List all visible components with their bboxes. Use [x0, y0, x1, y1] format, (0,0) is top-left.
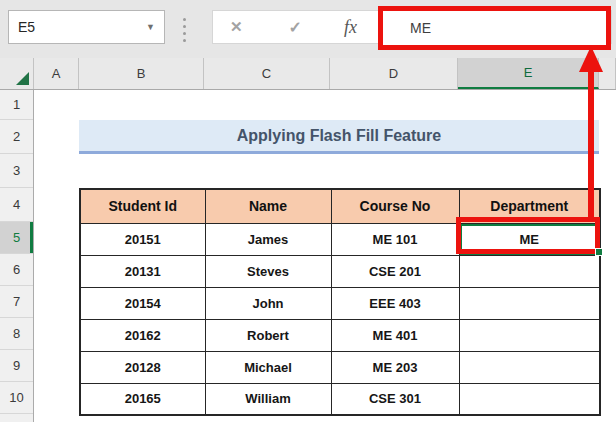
row-header-1[interactable]: 1	[0, 90, 33, 120]
formula-input-red-highlight: ME	[378, 6, 611, 50]
formula-bar-resize-handle[interactable]	[181, 18, 187, 42]
column-headers: A B C D E	[0, 58, 616, 90]
insert-function-icon[interactable]: fx	[344, 17, 357, 38]
row-header-10[interactable]: 10	[0, 382, 33, 414]
worksheet-title-cell[interactable]: Applying Flash Fill Feature	[79, 120, 599, 154]
formula-bar-strip: E5 ▼ ✕ ✓ fx ME	[0, 0, 616, 58]
row-header-3[interactable]: 3	[0, 154, 33, 188]
row-headers: 1 2 3 4 5 6 7 8 9 10	[0, 90, 34, 422]
cell-d7[interactable]: EEE 403	[331, 287, 459, 319]
cancel-icon[interactable]: ✕	[230, 18, 243, 36]
column-header-d[interactable]: D	[330, 58, 458, 89]
header-course-no[interactable]: Course No	[331, 189, 459, 223]
cell-d6[interactable]: CSE 201	[331, 255, 459, 287]
name-box[interactable]: E5 ▼	[8, 10, 165, 44]
row-header-9[interactable]: 9	[0, 350, 33, 382]
cell-e10[interactable]	[459, 383, 600, 415]
column-header-b[interactable]: B	[79, 58, 204, 89]
column-header-a[interactable]: A	[34, 58, 79, 89]
select-all-triangle-icon	[16, 72, 29, 85]
cell-d9[interactable]: ME 203	[331, 351, 459, 383]
table-row: 20128 Michael ME 203	[80, 351, 600, 383]
cell-e8[interactable]	[459, 319, 600, 351]
enter-icon[interactable]: ✓	[289, 18, 302, 37]
formula-input[interactable]: ME	[410, 20, 431, 36]
row-header-6[interactable]: 6	[0, 254, 33, 286]
cell-c9[interactable]: Michael	[205, 351, 331, 383]
cell-d8[interactable]: ME 401	[331, 319, 459, 351]
header-student-id[interactable]: Student Id	[80, 189, 205, 223]
column-header-e-selected[interactable]: E	[458, 58, 599, 89]
row-header-5-selected[interactable]: 5	[0, 222, 33, 254]
table-row: 20154 John EEE 403	[80, 287, 600, 319]
cell-b9[interactable]: 20128	[80, 351, 205, 383]
cell-b8[interactable]: 20162	[80, 319, 205, 351]
table-row: 20165 William CSE 301	[80, 383, 600, 415]
column-header-c[interactable]: C	[204, 58, 330, 89]
select-all-button[interactable]	[0, 58, 34, 89]
cell-c10[interactable]: William	[205, 383, 331, 415]
cell-c8[interactable]: Robert	[205, 319, 331, 351]
row-header-2[interactable]: 2	[0, 120, 33, 154]
row-header-8[interactable]: 8	[0, 318, 33, 350]
annotation-arrow-line	[588, 70, 594, 217]
cell-e9[interactable]	[459, 351, 600, 383]
cell-e5-red-highlight	[456, 217, 600, 254]
annotation-arrow-head-icon	[579, 46, 603, 72]
cell-c5[interactable]: James	[205, 223, 331, 255]
row-header-4[interactable]: 4	[0, 188, 33, 222]
name-box-value: E5	[18, 19, 35, 35]
cell-e7[interactable]	[459, 287, 600, 319]
fill-handle[interactable]	[595, 248, 603, 256]
header-name[interactable]: Name	[205, 189, 331, 223]
cell-c6[interactable]: Steves	[205, 255, 331, 287]
cell-d10[interactable]: CSE 301	[331, 383, 459, 415]
cell-d5[interactable]: ME 101	[331, 223, 459, 255]
excel-window: E5 ▼ ✕ ✓ fx ME A B C D E 1 2 3 4 5 6 7	[0, 0, 616, 422]
cell-b5[interactable]: 20151	[80, 223, 205, 255]
row-header-7[interactable]: 7	[0, 286, 33, 318]
cell-e6[interactable]	[459, 255, 600, 287]
chevron-down-icon[interactable]: ▼	[146, 22, 155, 32]
table-row: 20162 Robert ME 401	[80, 319, 600, 351]
table-row: 20131 Steves CSE 201	[80, 255, 600, 287]
cell-b7[interactable]: 20154	[80, 287, 205, 319]
cell-b6[interactable]: 20131	[80, 255, 205, 287]
cell-c7[interactable]: John	[205, 287, 331, 319]
cell-b10[interactable]: 20165	[80, 383, 205, 415]
